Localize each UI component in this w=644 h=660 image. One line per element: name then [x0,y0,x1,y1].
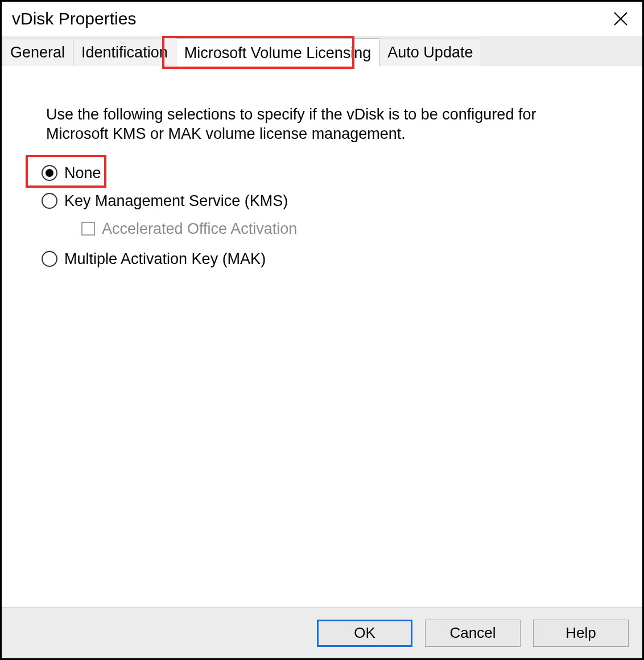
radio-icon [42,165,57,181]
tab-panel-licensing: Use the following selections to specify … [2,71,642,605]
tab-general[interactable]: General [2,39,73,66]
radio-option-none[interactable]: None [42,164,604,182]
tab-identification[interactable]: Identification [73,39,176,66]
description-text: Use the following selections to specify … [46,105,598,144]
checkbox-icon [81,222,95,236]
radio-icon [42,193,57,209]
radio-label: Multiple Activation Key (MAK) [64,250,266,268]
ok-button[interactable]: OK [317,620,412,647]
window-title: vDisk Properties [12,9,136,28]
help-button[interactable]: Help [533,620,629,647]
close-icon[interactable] [609,7,632,30]
radio-icon [42,251,57,267]
radio-label: Key Management Service (KMS) [64,192,288,210]
dialog-button-bar: OK Cancel Help [2,607,642,658]
checkbox-label: Accelerated Office Activation [102,220,297,238]
cancel-button[interactable]: Cancel [425,620,521,647]
radio-label: None [64,164,101,182]
radio-option-mak[interactable]: Multiple Activation Key (MAK) [42,250,604,268]
radio-option-kms[interactable]: Key Management Service (KMS) [42,192,604,210]
title-bar: vDisk Properties [2,2,642,36]
tab-auto-update[interactable]: Auto Update [379,39,481,66]
tab-microsoft-volume-licensing[interactable]: Microsoft Volume Licensing [176,38,380,67]
checkbox-accelerated-office-activation: Accelerated Office Activation [81,220,604,238]
tab-strip: General Identification Microsoft Volume … [2,36,642,67]
